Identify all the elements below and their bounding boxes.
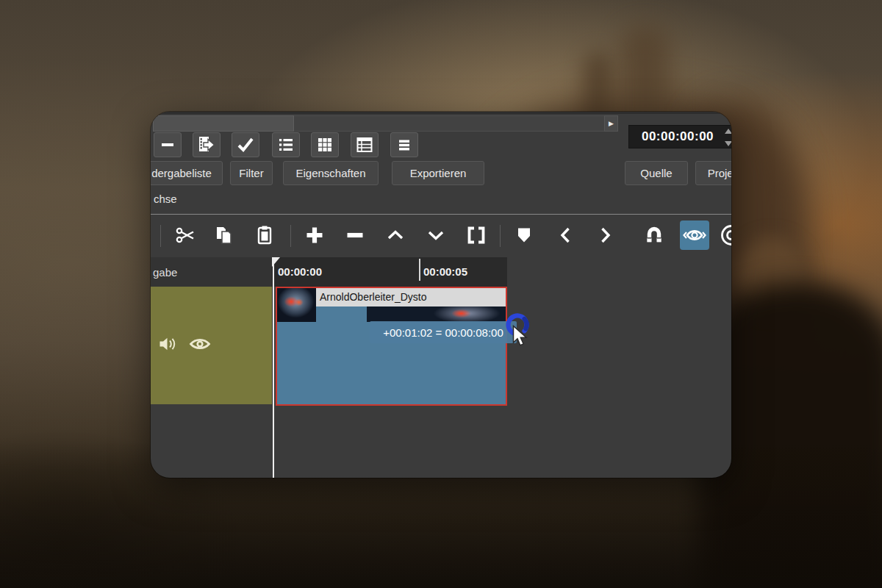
chevron-left-icon	[555, 224, 577, 246]
timecode-spin-buttons[interactable]	[723, 129, 731, 146]
track-hide-eye-icon[interactable]	[189, 334, 211, 354]
view-icons-button[interactable]	[351, 132, 379, 157]
tab-label: Projekt	[708, 167, 731, 179]
playhead-marker[interactable]	[272, 257, 280, 267]
tab-label: Exportieren	[410, 167, 467, 179]
lift-button[interactable]	[381, 220, 410, 250]
chevron-down-icon	[425, 224, 447, 246]
minus-icon	[344, 224, 366, 246]
tab-label: Eigenschaften	[295, 167, 365, 179]
ripple-delete-button[interactable]	[340, 220, 370, 250]
add-to-timeline-button[interactable]	[193, 132, 220, 157]
tab-label: dergabeliste	[151, 167, 212, 179]
master-track-header[interactable]: gabe	[151, 257, 272, 287]
tab-label: Quelle	[640, 167, 672, 179]
menu-button[interactable]	[390, 132, 418, 157]
chevron-up-icon	[384, 224, 406, 246]
view-tiles-button[interactable]	[311, 132, 339, 157]
mouse-cursor-icon	[512, 325, 528, 347]
panel-title-underline	[151, 214, 731, 215]
paste-button[interactable]	[250, 220, 279, 250]
table-view-icon	[354, 135, 375, 155]
timecode-spinbox[interactable]: 00:00:00:00	[628, 125, 731, 148]
clip-thumbnail	[367, 306, 506, 322]
speaker-mute-icon[interactable]	[158, 334, 179, 354]
ruler-label-0s: 00:00:00	[278, 265, 322, 278]
window-top-edge	[151, 112, 731, 114]
scrollbar-right-arrow-button[interactable]: ▶	[604, 115, 618, 132]
previous-marker-button[interactable]	[551, 220, 581, 250]
cut-button[interactable]	[171, 220, 201, 250]
tab-wiedergabeliste[interactable]: dergabeliste	[151, 161, 223, 185]
view-details-button[interactable]	[272, 132, 300, 157]
chevron-right-icon	[594, 224, 616, 246]
copy-icon	[213, 224, 235, 246]
checkmark-icon	[235, 135, 256, 155]
toolbar-separator	[500, 225, 501, 247]
toolbar-separator	[160, 225, 161, 247]
scrub-while-dragging-button[interactable]	[680, 220, 709, 250]
ruler-label-5s: 00:00:05	[423, 265, 467, 278]
timeline-panel-title: chse	[154, 193, 177, 205]
horizontal-scrollbar-handle[interactable]	[153, 115, 294, 132]
timeline-ruler[interactable]: 00:00:00 00:00:05	[272, 257, 507, 287]
marker-icon	[513, 224, 535, 246]
playhead-line[interactable]	[273, 257, 274, 478]
minus-icon	[157, 135, 178, 155]
copy-button[interactable]	[209, 220, 239, 250]
spin-down-icon	[725, 141, 731, 146]
tab-label: Filter	[239, 167, 263, 179]
tab-eigenschaften[interactable]: Eigenschaften	[283, 161, 379, 185]
clipboard-icon	[254, 224, 276, 246]
target-circles-icon	[719, 223, 731, 248]
hamburger-menu-icon	[394, 135, 415, 155]
update-button[interactable]	[232, 132, 259, 157]
clip-name-label: ArnoldOberleiter_Dysto	[316, 288, 506, 306]
tab-exportieren[interactable]: Exportieren	[392, 161, 484, 185]
append-button[interactable]	[300, 220, 329, 250]
scissors-icon	[175, 224, 197, 246]
background-person-head	[736, 237, 807, 313]
trim-tooltip: +00:01:02 = 00:00:08:00	[370, 321, 517, 343]
scrub-eye-icon	[683, 223, 706, 247]
toolbar-separator	[290, 225, 291, 247]
next-marker-button[interactable]	[590, 220, 620, 250]
overwrite-button[interactable]	[421, 220, 451, 250]
center-playhead-button[interactable]	[717, 220, 731, 250]
split-brackets-icon	[465, 224, 487, 246]
timecode-value: 00:00:00:00	[642, 129, 724, 144]
tab-filter[interactable]: Filter	[230, 161, 273, 185]
tab-projekt[interactable]: Projekt	[695, 161, 731, 185]
snap-button[interactable]	[639, 220, 669, 250]
magnet-icon	[643, 224, 665, 246]
remove-button[interactable]	[154, 132, 182, 157]
right-arrow-icon: ▶	[609, 120, 614, 127]
video-editor-window: ▶	[151, 112, 731, 478]
tab-quelle[interactable]: Quelle	[625, 161, 688, 185]
spin-up-icon	[725, 129, 731, 134]
timeline-clip[interactable]: ArnoldOberleiter_Dysto	[276, 287, 507, 406]
ruler-tick-5s	[419, 259, 420, 281]
grid-view-icon	[315, 135, 335, 155]
master-track-label: gabe	[153, 266, 177, 279]
marker-button[interactable]	[509, 220, 539, 250]
clip-thumbnail	[277, 288, 316, 322]
split-button[interactable]	[462, 220, 491, 250]
list-view-icon	[276, 135, 296, 155]
playlist-add-icon	[196, 135, 217, 155]
video-track-header[interactable]	[151, 287, 272, 404]
plus-icon	[304, 224, 326, 246]
